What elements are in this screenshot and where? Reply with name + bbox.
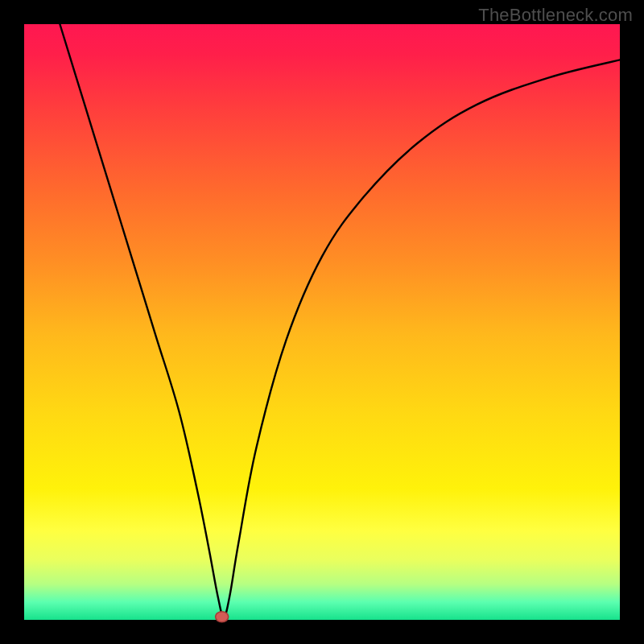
chart-frame: TheBottleneck.com — [0, 0, 644, 644]
bottleneck-curve — [60, 24, 620, 617]
plot-area — [24, 24, 620, 620]
watermark-text: TheBottleneck.com — [478, 5, 633, 26]
chart-svg — [24, 24, 620, 620]
